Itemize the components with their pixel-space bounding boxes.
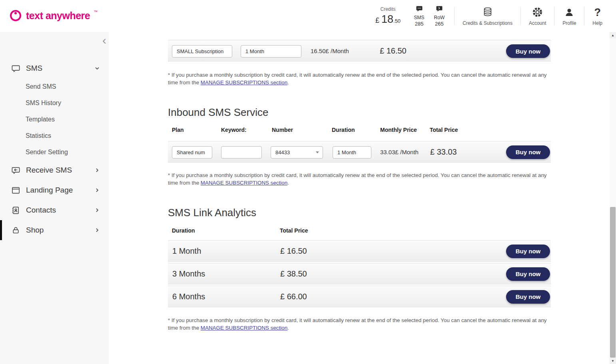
help-label: Help: [592, 20, 602, 26]
top-header: text anywhere ™ Credits £ 18.50 SMS 285: [0, 0, 616, 32]
inbound-monthly-price: 33.03£ /Month: [380, 149, 419, 155]
sms-link-analytics-title: SMS Link Analytics: [168, 206, 551, 219]
inbound-sms-title: Inbound SMS Service: [168, 105, 551, 119]
buy-now-button[interactable]: Buy now: [506, 44, 550, 58]
sms-badge-count: 285: [415, 21, 424, 27]
person-icon: [564, 6, 574, 18]
sidebar-item-contacts[interactable]: Contacts: [0, 200, 109, 220]
analytics-row: 6 Months £ 66.00 Buy now: [168, 286, 551, 307]
subscription-row: SMALL Subscription 1 Month 16.50£ /Month…: [168, 40, 551, 62]
row-bubble-icon: [436, 5, 443, 14]
buy-now-button[interactable]: Buy now: [506, 290, 550, 304]
column-header-duration: Duration: [172, 227, 195, 234]
inbound-disclaimer: * If you purchase a monthly subscription…: [168, 171, 551, 187]
analytics-price: £ 66.00: [280, 292, 307, 301]
inbound-plan-select[interactable]: Shared num: [172, 146, 212, 159]
vertical-scrollbar[interactable]: ▲ ▼: [610, 32, 616, 364]
sidebar-collapse-toggle[interactable]: ‹: [100, 34, 109, 47]
inbound-duration-select[interactable]: 1 Month: [333, 146, 371, 159]
buy-now-button[interactable]: Buy now: [506, 245, 550, 258]
topbar-right-cluster: Credits £ 18.50 SMS 285: [374, 0, 610, 32]
plan-select[interactable]: SMALL Subscription: [172, 45, 232, 58]
question-mark-icon: ?: [594, 6, 601, 18]
analytics-table-header: Duration Total Price: [168, 227, 551, 234]
sidebar-item-templates[interactable]: Templates: [0, 111, 109, 127]
lock-icon: [11, 226, 21, 235]
sidebar-item-shop[interactable]: Shop: [0, 220, 109, 240]
brand-trademark: ™: [94, 10, 98, 14]
analytics-disclaimer: * If you purchase a monthly subscription…: [168, 316, 551, 332]
help-button[interactable]: ? Help: [584, 6, 610, 26]
scroll-down-arrow-icon[interactable]: ▼: [610, 358, 616, 364]
sidebar-item-label: Landing Page: [26, 186, 73, 195]
chevron-down-icon: [94, 66, 100, 71]
inbound-total-price: £ 33.03: [430, 147, 457, 157]
analytics-price: £ 16.50: [280, 247, 307, 256]
browser-window-icon: [11, 186, 21, 195]
sidebar-subitem-label: Sender Setting: [26, 149, 68, 156]
scroll-up-arrow-icon[interactable]: ▲: [610, 32, 616, 38]
sidebar-item-sender-setting[interactable]: Sender Setting: [0, 144, 109, 160]
analytics-price: £ 38.50: [280, 269, 307, 278]
credits-amount: £ 18.50: [374, 13, 402, 26]
sidebar-subitem-label: Send SMS: [26, 83, 56, 90]
active-item-indicator: [0, 220, 2, 240]
credits-subscriptions-label: Credits & Subscriptions: [462, 20, 512, 26]
speech-bubble-icon: [11, 64, 21, 73]
chevron-right-icon: [94, 187, 100, 193]
credits-label: Credits: [374, 6, 402, 12]
sidebar-item-label: SMS: [26, 64, 42, 73]
row-badge-count: 265: [435, 21, 444, 27]
column-header-total-price: Total Price: [280, 227, 308, 234]
scrollbar-thumb[interactable]: [610, 207, 616, 358]
chevron-right-icon: [94, 227, 100, 233]
manage-subscriptions-link[interactable]: MANAGE SUBSCRIPTIONS section: [201, 80, 287, 86]
column-header-plan: Plan: [172, 127, 184, 133]
account-label: Account: [529, 20, 546, 26]
sidebar-item-landing-page[interactable]: Landing Page: [0, 180, 109, 200]
sidebar-item-statistics[interactable]: Statistics: [0, 127, 109, 144]
buy-now-button[interactable]: Buy now: [506, 145, 550, 159]
sms-credit-badge[interactable]: SMS 285: [414, 5, 425, 27]
analytics-duration: 3 Months: [172, 269, 205, 278]
sidebar-item-label: Receive SMS: [26, 166, 72, 175]
chevron-right-icon: [94, 207, 100, 213]
credits-balance: Credits £ 18.50: [374, 6, 402, 26]
sms-badge-label: SMS: [414, 15, 425, 20]
column-header-keyword: Keyword:: [221, 127, 247, 133]
sidebar: ‹ SMS Send SMS SMS History Te: [0, 32, 109, 364]
chevron-right-icon: [94, 167, 100, 173]
analytics-row: 3 Months £ 38.50 Buy now: [168, 263, 551, 284]
coins-icon: [482, 6, 494, 18]
account-button[interactable]: Account: [521, 6, 554, 26]
sidebar-nav: SMS Send SMS SMS History Templates Stati…: [0, 58, 109, 240]
number-select[interactable]: 84433: [271, 146, 323, 159]
sidebar-item-sms[interactable]: SMS: [0, 58, 109, 78]
keyword-input[interactable]: [221, 146, 262, 159]
profile-button[interactable]: Profile: [554, 6, 584, 26]
monthly-price: 16.50£ /Month: [311, 48, 349, 54]
analytics-row: 1 Month £ 16.50 Buy now: [168, 240, 551, 262]
sidebar-item-label: Contacts: [26, 206, 56, 215]
brand-logo[interactable]: text anywhere ™: [9, 9, 98, 24]
duration-select[interactable]: 1 Month: [241, 45, 301, 58]
contact-book-icon: [11, 206, 21, 215]
profile-label: Profile: [562, 20, 576, 26]
page: text anywhere ™ Credits £ 18.50 SMS 285: [0, 0, 616, 364]
subscription-disclaimer: * If you purchase a monthly subscription…: [168, 71, 551, 87]
row-badge-label: RoW: [434, 15, 445, 20]
inbound-table-header: Plan Keyword: Number Duration Monthly Pr…: [168, 127, 551, 133]
row-credit-badge[interactable]: RoW 265: [434, 5, 445, 27]
credits-subscriptions-button[interactable]: Credits & Subscriptions: [455, 6, 520, 26]
analytics-duration: 1 Month: [172, 247, 201, 256]
sidebar-item-label: Shop: [26, 226, 44, 235]
manage-subscriptions-link[interactable]: MANAGE SUBSCRIPTIONS section: [201, 325, 287, 331]
buy-now-button[interactable]: Buy now: [506, 267, 550, 281]
sidebar-subitem-label: SMS History: [26, 99, 61, 107]
sms-bubble-icon: [416, 5, 423, 14]
chevron-down-icon: [316, 151, 319, 153]
sidebar-item-send-sms[interactable]: Send SMS: [0, 78, 109, 95]
sidebar-item-receive-sms[interactable]: Receive SMS: [0, 160, 109, 180]
sidebar-item-sms-history[interactable]: SMS History: [0, 95, 109, 111]
manage-subscriptions-link[interactable]: MANAGE SUBSCRIPTIONS section: [201, 180, 287, 186]
